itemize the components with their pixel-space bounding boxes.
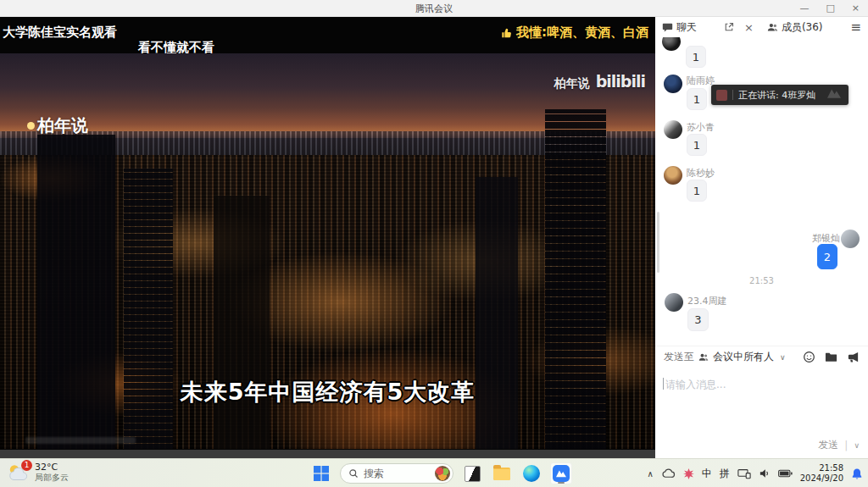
window-controls: — □ ×	[799, 0, 860, 17]
message-bubble: 1	[687, 134, 707, 156]
video-building	[214, 196, 270, 449]
tab-chat-label: 聊天	[676, 20, 697, 35]
volume-icon[interactable]	[759, 468, 771, 479]
chat-scrollbar[interactable]	[657, 212, 659, 273]
tab-chat[interactable]: 聊天	[662, 20, 697, 35]
taskbar-center	[310, 459, 572, 487]
message-bubble: 1	[687, 88, 707, 110]
taskbar-clock[interactable]: 21:58 2024/9/20	[800, 463, 843, 484]
chat-bubble-icon	[662, 22, 673, 33]
app-icon-photos[interactable]	[461, 462, 483, 484]
bullet-dot-icon	[27, 122, 35, 130]
app-icon-edge[interactable]	[520, 462, 542, 484]
sender-name: 苏小青	[687, 121, 715, 134]
sender-name: 23.4周建	[687, 295, 727, 307]
message-input[interactable]	[663, 379, 860, 390]
minimize-icon[interactable]: —	[799, 0, 809, 17]
text-caret	[663, 378, 664, 390]
chat-panel: 聊天 × 成员(36) ≡ 1 陆雨婷 1	[655, 17, 868, 458]
system-tray: ∧ 中 拼 21:58 2024/9/20	[647, 459, 863, 487]
menu-icon[interactable]: ≡	[850, 19, 861, 35]
speaking-label: 正在讲话: 4班罗灿	[738, 89, 815, 102]
sender-name: 郑银灿	[812, 232, 840, 245]
close-icon[interactable]: ×	[852, 0, 860, 17]
cast-icon[interactable]	[737, 468, 751, 479]
video-subtitle: 未来5年中国经济有5大改革	[0, 377, 655, 407]
send-button-row: 发送 | ∨	[818, 438, 860, 452]
close-chat-icon[interactable]: ×	[744, 21, 754, 34]
ime-language-indicator[interactable]: 中	[702, 467, 712, 481]
window-title: 腾讯会议	[0, 3, 868, 15]
members-icon	[767, 22, 778, 33]
avatar	[662, 37, 681, 51]
clock-date: 2024/9/20	[800, 473, 843, 484]
video-frame-cityscape: 柏年说 bilibili 柏年说 未来5年中国经济有5大改革	[0, 53, 655, 449]
windows-logo-icon	[314, 466, 329, 481]
search-highlight-image	[435, 466, 450, 481]
hidden-icons-chevron[interactable]: ∧	[647, 469, 653, 479]
weather-widget[interactable]: 1 32°C 局部多云	[7, 462, 69, 483]
chat-timestamp: 21:53	[655, 276, 868, 285]
file-icon[interactable]	[825, 351, 837, 363]
cloud-icon[interactable]	[661, 468, 676, 479]
tab-members[interactable]: 成员(36)	[767, 20, 823, 35]
tab-members-label: 成员(36)	[782, 20, 823, 35]
send-button[interactable]: 发送	[818, 438, 838, 452]
avatar	[665, 293, 683, 312]
app-icon-file-explorer[interactable]	[491, 462, 513, 484]
app-icon-tencent-meeting[interactable]	[550, 462, 572, 484]
divider	[732, 90, 733, 100]
video-watermark: 柏年说 bilibili	[554, 72, 645, 91]
speaker-avatar	[716, 90, 727, 101]
share-bottom-strip	[0, 450, 655, 458]
ime-mode-indicator[interactable]: 拼	[720, 467, 730, 481]
maximize-icon[interactable]: □	[826, 0, 834, 17]
battery-icon[interactable]	[778, 469, 793, 478]
folder-icon	[493, 468, 510, 480]
send-to-bar: 发送至 会议中所有人 ∨	[655, 346, 868, 368]
window-titlebar: 腾讯会议 — □ ×	[0, 0, 868, 17]
send-to-target[interactable]: 会议中所有人	[713, 350, 774, 364]
channel-badge: 柏年说	[27, 114, 88, 137]
danmaku-comment: 我懂:啤酒、黄酒、白酒	[501, 25, 648, 41]
thumbs-up-icon	[501, 27, 513, 39]
watermark-channel: 柏年说	[554, 76, 590, 91]
sender-name: 陈秒妙	[687, 167, 715, 180]
edge-icon	[523, 465, 540, 482]
photos-icon	[465, 466, 481, 482]
announcement-icon[interactable]	[847, 351, 860, 363]
meeting-logo-icon	[825, 86, 843, 103]
clock-time: 21:58	[819, 463, 843, 474]
message-bubble: 1	[686, 46, 706, 68]
notifications-bell-icon[interactable]	[851, 468, 863, 480]
danmaku-text: 我懂:啤酒、黄酒、白酒	[516, 25, 648, 41]
search-icon	[348, 468, 359, 479]
start-button[interactable]	[310, 462, 332, 484]
chat-message-list[interactable]: 1 陆雨婷 1 正在讲话: 4班罗灿 苏小青 1 陈秒妙	[655, 37, 868, 346]
video-building	[476, 177, 518, 449]
notification-badge: 1	[21, 460, 32, 471]
weather-temp: 32°C	[35, 462, 69, 473]
chevron-down-icon[interactable]: ∨	[854, 441, 860, 450]
message-bubble: 1	[687, 180, 707, 202]
active-app-indicator	[558, 482, 565, 484]
members-icon	[698, 352, 709, 362]
chevron-down-icon[interactable]: ∨	[780, 353, 786, 362]
message-input-area	[655, 370, 868, 434]
emoji-icon[interactable]	[803, 351, 815, 363]
message-bubble: 3	[687, 308, 709, 331]
weather-condition: 局部多云	[35, 473, 69, 483]
sender-name: 陆雨婷	[687, 75, 715, 87]
avatar	[664, 120, 682, 139]
popout-icon[interactable]	[724, 22, 734, 32]
screen-share-video[interactable]: 大学陈佳宝实名观看 我懂:啤酒、黄酒、白酒 看不懂就不看 柏年说 bilibil…	[0, 17, 655, 450]
avatar	[664, 166, 682, 185]
search-input[interactable]	[364, 468, 423, 479]
danmaku-comment: 大学陈佳宝实名观看	[3, 25, 117, 41]
taskbar-search[interactable]	[340, 463, 453, 484]
video-faint-watermark	[25, 437, 136, 444]
bilibili-logo: bilibili	[596, 72, 645, 91]
chat-header: 聊天 × 成员(36) ≡	[655, 17, 868, 37]
channel-name: 柏年说	[37, 114, 88, 137]
tray-app-icon[interactable]	[683, 468, 694, 479]
